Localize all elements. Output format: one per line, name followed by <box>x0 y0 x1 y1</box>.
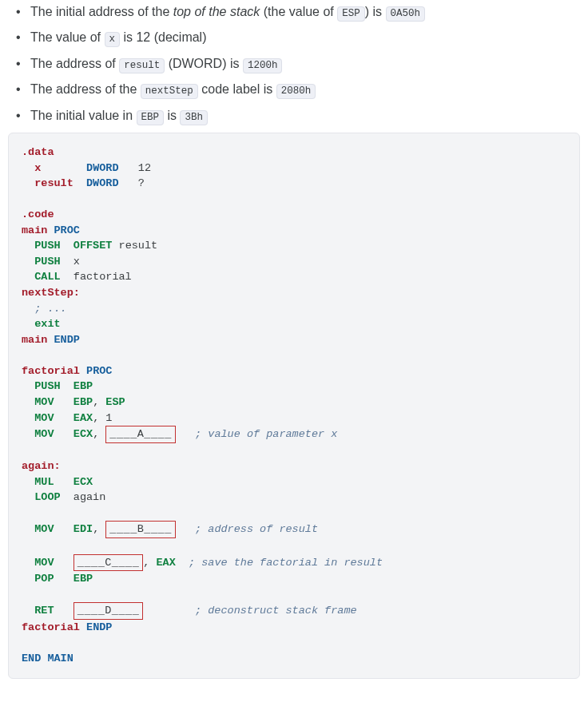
label-factorial: factorial <box>22 621 80 633</box>
op-push: PUSH <box>34 240 60 252</box>
comment-a: ; value of parameter x <box>195 428 337 440</box>
code-0a50h: 0A50h <box>386 6 426 22</box>
reg-eax: EAX <box>156 557 175 569</box>
blank-b[interactable]: ____B____ <box>105 521 175 538</box>
op-mov: MOV <box>34 523 54 535</box>
id-result: result <box>119 240 158 252</box>
kw-endp: ENDP <box>86 621 112 633</box>
op-mov: MOV <box>34 396 54 408</box>
bullet-item-5: The initial value in EBP is 3Bh <box>30 105 580 126</box>
code-nextstep: nextStep <box>141 84 198 99</box>
text: The initial address of the <box>30 5 173 18</box>
code-result: result <box>119 58 165 73</box>
comma: , <box>93 428 99 440</box>
op-mov: MOV <box>34 428 54 440</box>
op-push: PUSH <box>34 380 60 392</box>
bullet-item-3: The address of result (DWORD) is 1200h <box>30 54 580 74</box>
blank-d[interactable]: ____D____ <box>74 602 143 620</box>
reg-edi: EDI <box>74 523 93 535</box>
blank-a[interactable]: ____A____ <box>105 426 175 443</box>
label-main: main <box>22 334 47 346</box>
label-factorial: factorial <box>22 365 80 377</box>
code-block-container: .data x DWORD 12 result DWORD ? .code ma… <box>8 133 580 679</box>
var-x: x <box>34 162 41 174</box>
section-data: .data <box>22 146 54 158</box>
text: code label is <box>198 82 276 96</box>
comment-b: ; address of result <box>195 523 318 535</box>
type-dword: DWORD <box>86 177 119 189</box>
reg-ebp: EBP <box>74 380 93 392</box>
code-x: x <box>105 32 121 47</box>
id-again: again <box>74 491 106 503</box>
italic-text: top of the stack <box>173 5 260 18</box>
op-loop: LOOP <box>34 491 60 503</box>
op-call: CALL <box>34 271 60 283</box>
text: ) is <box>365 5 386 18</box>
text: The address of <box>30 57 119 70</box>
comma: , <box>93 523 99 535</box>
kw-main-upper: MAIN <box>47 653 73 664</box>
op-exit: exit <box>34 318 60 330</box>
text: (the value of <box>260 5 337 18</box>
kw-offset: OFFSET <box>74 240 113 252</box>
comment-d: ; deconstruct stack frame <box>195 605 357 617</box>
section-code: .code <box>22 208 54 220</box>
code-1200h: 1200h <box>243 58 283 73</box>
text: The address of the <box>30 82 141 96</box>
kw-end: END <box>22 653 41 664</box>
kw-endp: ENDP <box>54 334 80 346</box>
var-result: result <box>34 177 74 189</box>
id-factorial: factorial <box>74 271 132 283</box>
comma: , <box>143 557 149 569</box>
reg-ebp: EBP <box>74 396 93 408</box>
comma: , <box>93 396 99 408</box>
type-dword: DWORD <box>86 162 119 174</box>
text: The initial value in <box>30 109 137 122</box>
kw-proc: PROC <box>86 365 112 377</box>
label-nextstep: nextStep: <box>22 287 80 299</box>
op-push: PUSH <box>34 256 60 268</box>
bullet-list: The initial address of the top of the st… <box>8 2 580 126</box>
bullet-item-4: The address of the nextStep code label i… <box>30 79 580 100</box>
blank-c[interactable]: ____C____ <box>74 554 143 572</box>
op-mov: MOV <box>34 557 54 569</box>
reg-ebp: EBP <box>74 573 93 585</box>
code-ebp: EBP <box>137 110 165 125</box>
bullet-item-1: The initial address of the top of the st… <box>30 2 580 22</box>
reg-eax: EAX <box>74 412 93 424</box>
op-pop: POP <box>34 573 54 585</box>
reg-esp: ESP <box>105 396 125 408</box>
text: (DWORD) is <box>165 57 243 70</box>
text: is <box>164 109 180 122</box>
op-mov: MOV <box>34 412 54 424</box>
literal-q: ? <box>138 177 145 189</box>
comment-dots: ; ... <box>34 303 67 315</box>
kw-proc: PROC <box>54 224 80 236</box>
code-3bh: 3Bh <box>180 110 208 125</box>
comma: , <box>93 412 99 424</box>
label-main: main <box>22 224 47 236</box>
op-ret: RET <box>34 605 54 617</box>
reg-ecx: ECX <box>74 428 93 440</box>
bullet-item-2: The value of x is 12 (decimal) <box>30 27 580 48</box>
reg-ecx: ECX <box>74 476 93 488</box>
code-2080h: 2080h <box>276 84 316 99</box>
text: is 12 (decimal) <box>120 30 206 44</box>
text: The value of <box>30 30 105 44</box>
label-again: again: <box>22 460 61 472</box>
op-mul: MUL <box>34 476 54 488</box>
id-x: x <box>74 256 80 268</box>
comment-c: ; save the factorial in result <box>189 557 383 569</box>
assembly-code: .data x DWORD 12 result DWORD ? .code ma… <box>22 145 566 667</box>
literal-12: 12 <box>138 162 151 174</box>
literal-1: 1 <box>105 412 112 424</box>
code-esp: ESP <box>337 6 365 22</box>
